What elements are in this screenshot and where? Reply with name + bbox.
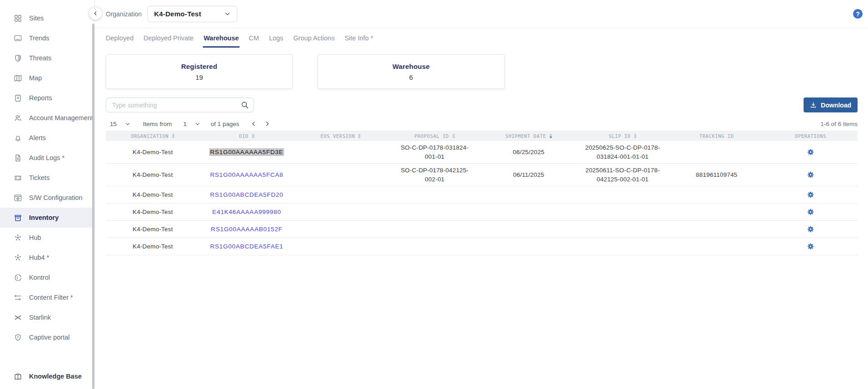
hub-icon — [14, 233, 22, 242]
column-header-proposal-id[interactable]: PROPOSAL ID — [387, 133, 481, 139]
gear-icon[interactable] — [806, 242, 815, 251]
column-header-slip-id[interactable]: SLIP ID — [576, 133, 670, 139]
sidebar-item-hub[interactable]: Hub — [0, 228, 94, 248]
cell-did: RS1G00ABCDEA5FAE1 — [200, 243, 294, 250]
tab-logs[interactable]: Logs — [269, 28, 283, 48]
table-header: ORGANIZATIONDIDEOS VERSIONPROPOSAL IDSHI… — [106, 131, 858, 141]
previous-page-button[interactable] — [250, 120, 257, 127]
table-body: K4-Demo-TestRS1G00AAAAAA5FD3ESO-C-DP-017… — [106, 141, 858, 255]
sidebar-item-trends[interactable]: Trends — [0, 28, 94, 48]
did-link[interactable]: RS1G00ABCDEA5FD20 — [210, 191, 283, 198]
cell-did: RS1G00ABCDEA5FD20 — [200, 191, 294, 198]
column-header-eos-version[interactable]: EOS VERSION — [294, 133, 387, 139]
column-header-label: DID — [239, 133, 249, 139]
download-button-label: Download — [821, 102, 851, 109]
sidebar-item-sites[interactable]: Sites — [0, 8, 94, 28]
sidebar-collapse-button[interactable] — [89, 7, 102, 20]
did-link[interactable]: RS1G00AAAAAA5FCA8 — [210, 171, 283, 178]
download-button[interactable]: Download — [804, 97, 858, 112]
sidebar-item-captive-portal[interactable]: Captive portal — [0, 327, 94, 347]
gear-icon[interactable] — [806, 190, 815, 199]
gear-icon[interactable] — [806, 225, 815, 233]
column-header-tracking-id: TRACKING ID — [670, 133, 764, 139]
starlink-icon — [14, 313, 22, 322]
sidebar-item-tickets[interactable]: Tickets — [0, 168, 94, 188]
software-config-icon — [14, 194, 22, 202]
sidebar-item-label: Sites — [29, 15, 44, 22]
help-icon[interactable]: ? — [853, 9, 863, 19]
column-header-label: SHIPMENT DATE — [505, 133, 546, 139]
map-icon — [14, 74, 22, 83]
page-number-caret-icon[interactable] — [194, 121, 201, 127]
gear-icon[interactable] — [806, 208, 815, 216]
sidebar-item-label: Starlink — [29, 314, 51, 321]
sidebar-item-content-filter[interactable]: Content Filter * — [0, 287, 94, 307]
sidebar: SitesTrendsThreatsMapReportsAccount Mana… — [0, 0, 95, 389]
sidebar-item-audit-logs[interactable]: Audit Logs * — [0, 148, 94, 168]
tab-site-info[interactable]: Site Info * — [344, 28, 373, 48]
organization-label: Organization — [106, 10, 142, 18]
sidebar-item-label: Content Filter * — [29, 294, 73, 301]
did-link[interactable]: RS1G00AAAAAB0152F — [211, 226, 283, 233]
search-input[interactable] — [106, 98, 240, 112]
sidebar-item-threats[interactable]: Threats — [0, 48, 94, 68]
table-row: K4-Demo-TestRS1G00AAAAAA5FD3ESO-C-DP-017… — [106, 141, 858, 164]
sidebar-item-map[interactable]: Map — [0, 68, 94, 88]
did-link[interactable]: RS1G00ABCDEA5FAE1 — [210, 243, 283, 250]
page-number-value[interactable]: 1 — [183, 121, 187, 127]
sidebar-item-hub4[interactable]: Hub4 * — [0, 248, 94, 267]
sidebar-item-alerts[interactable]: Alerts — [0, 128, 94, 148]
sidebar-item-reports[interactable]: Reports — [0, 88, 94, 108]
tab-group-actions[interactable]: Group Actions — [293, 28, 334, 48]
toolbar: Download — [95, 97, 868, 112]
sidebar-item-account-management[interactable]: Account Management — [0, 108, 94, 128]
tab-deployed[interactable]: Deployed — [106, 28, 133, 48]
sidebar-item-label: Map — [29, 74, 42, 82]
grid-icon — [14, 14, 22, 23]
sidebar-item-label: S/W Configuration — [29, 194, 83, 201]
sidebar-item-sw-configuration[interactable]: S/W Configuration — [0, 188, 94, 208]
sidebar-item-label: Account Management — [29, 114, 93, 122]
page-size-value[interactable]: 15 — [110, 121, 117, 127]
cell-organization: K4-Demo-Test — [106, 171, 200, 178]
download-icon — [810, 102, 817, 108]
tab-cm[interactable]: CM — [249, 28, 259, 48]
sidebar-scrollbar[interactable] — [92, 24, 94, 389]
sidebar-item-kontrol[interactable]: Kontrol — [0, 267, 94, 287]
cell-shipment-date: 06/11/2025 — [482, 171, 576, 178]
captive-portal-icon — [14, 333, 22, 342]
sort-arrows-icon — [252, 134, 255, 138]
main-content: Organization K4-Demo-Test ? DeployedDepl… — [95, 0, 868, 389]
items-from-label: Items from — [143, 121, 172, 127]
of-pages-label: of 1 pages — [211, 121, 239, 127]
cell-did: E41K46AAAAA999980 — [200, 209, 294, 215]
sidebar-item-starlink[interactable]: Starlink — [0, 307, 94, 327]
column-header-label: ORGANIZATION — [131, 133, 169, 139]
next-page-button[interactable] — [264, 120, 271, 127]
column-header-label: EOS VERSION — [320, 133, 355, 139]
cell-proposal-id: SO-C-DP-0178-042125-002-01 — [387, 166, 481, 184]
table-row: K4-Demo-TestE41K46AAAAA999980 — [106, 204, 858, 221]
column-header-did[interactable]: DID — [200, 133, 294, 139]
did-link[interactable]: E41K46AAAAA999980 — [212, 209, 281, 215]
cell-organization: K4-Demo-Test — [106, 243, 200, 250]
sidebar-footer: Knowledge Base — [0, 366, 94, 386]
tab-warehouse[interactable]: Warehouse — [204, 28, 239, 48]
page-size-caret-icon[interactable] — [124, 121, 131, 127]
summary-card-value: 6 — [409, 73, 413, 81]
column-header-organization[interactable]: ORGANIZATION — [106, 133, 200, 139]
search-icon[interactable] — [240, 101, 249, 109]
gear-icon[interactable] — [806, 148, 815, 156]
cell-organization: K4-Demo-Test — [106, 149, 200, 156]
sidebar-item-knowledge-base[interactable]: Knowledge Base — [0, 366, 94, 386]
cell-operations — [764, 208, 858, 216]
summary-card-title: Registered — [181, 63, 217, 70]
organization-select[interactable]: K4-Demo-Test — [147, 6, 237, 22]
gear-icon[interactable] — [806, 170, 815, 179]
organization-value: K4-Demo-Test — [154, 10, 201, 18]
column-header-shipment-date[interactable]: SHIPMENT DATE — [482, 133, 576, 139]
sidebar-item-inventory[interactable]: Inventory — [0, 208, 94, 228]
sort-arrows-icon — [634, 134, 637, 138]
tab-deployed-private[interactable]: Deployed Private — [143, 28, 193, 48]
cell-operations — [764, 148, 858, 156]
